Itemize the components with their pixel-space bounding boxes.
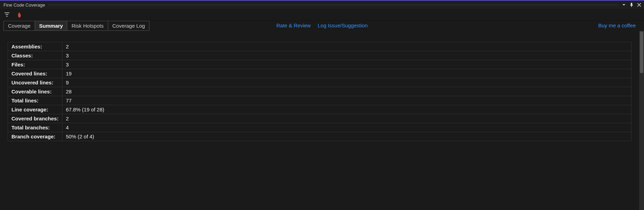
window-controls (621, 2, 642, 8)
window-title: Fine Code Coverage (2, 2, 45, 8)
flame-icon[interactable] (16, 11, 23, 18)
summary-table: Assemblies: 2 Classes: 3 Files: 3 Covere… (8, 42, 632, 141)
summary-value: 67.8% (19 of 28) (62, 105, 631, 114)
pin-icon[interactable] (629, 2, 634, 8)
tabrow: Coverage Summary Risk Hotspots Coverage … (0, 21, 644, 31)
summary-label: Covered branches: (8, 114, 62, 123)
tab-summary[interactable]: Summary (35, 21, 67, 30)
summary-label: Total branches: (8, 123, 62, 132)
table-row: Coverable lines: 28 (8, 87, 632, 96)
svg-rect-1 (6, 14, 8, 15)
summary-value: 77 (62, 96, 631, 105)
summary-label: Assemblies: (8, 42, 62, 51)
buy-coffee-link[interactable]: Buy me a coffee (598, 22, 636, 28)
tab-coverage-log[interactable]: Coverage Log (108, 21, 149, 30)
scrollbar[interactable] (639, 31, 644, 210)
table-row: Branch coverage: 50% (2 of 4) (8, 132, 632, 141)
table-row: Classes: 3 (8, 51, 632, 60)
content-wrap: Assemblies: 2 Classes: 3 Files: 3 Covere… (0, 31, 644, 210)
scroll-thumb[interactable] (640, 31, 643, 73)
summary-label: Files: (8, 60, 62, 69)
svg-rect-0 (5, 12, 9, 13)
summary-label: Coverable lines: (8, 87, 62, 96)
tab-risk-hotspots[interactable]: Risk Hotspots (67, 21, 108, 30)
summary-label: Line coverage: (8, 105, 62, 114)
table-row: Covered branches: 2 (8, 114, 632, 123)
rate-review-link[interactable]: Rate & Review (276, 22, 311, 28)
content: Assemblies: 2 Classes: 3 Files: 3 Covere… (0, 31, 639, 210)
summary-label: Covered lines: (8, 69, 62, 78)
summary-value: 28 (62, 87, 631, 96)
log-issue-link[interactable]: Log Issue/Suggestion (317, 22, 367, 28)
right-links: Buy me a coffee (598, 22, 636, 28)
summary-value: 19 (62, 69, 631, 78)
filter-icon[interactable] (4, 11, 11, 18)
close-icon[interactable] (636, 2, 642, 8)
summary-value: 50% (2 of 4) (62, 132, 631, 141)
center-links: Rate & Review Log Issue/Suggestion (276, 22, 368, 28)
summary-value: 9 (62, 78, 631, 87)
table-row: Total lines: 77 (8, 96, 632, 105)
titlebar: Fine Code Coverage (0, 1, 644, 9)
summary-value: 4 (62, 123, 631, 132)
toolbar (0, 9, 644, 21)
summary-label: Classes: (8, 51, 62, 60)
table-row: Total branches: 4 (8, 123, 632, 132)
table-row: Assemblies: 2 (8, 42, 632, 51)
summary-value: 2 (62, 114, 631, 123)
table-row: Covered lines: 19 (8, 69, 632, 78)
summary-label: Total lines: (8, 96, 62, 105)
summary-value: 2 (62, 42, 631, 51)
summary-value: 3 (62, 60, 631, 69)
tool-window: Fine Code Coverage (0, 0, 644, 210)
table-row: Files: 3 (8, 60, 632, 69)
table-row: Line coverage: 67.8% (19 of 28) (8, 105, 632, 114)
tab-coverage[interactable]: Coverage (4, 21, 35, 30)
table-row: Uncovered lines: 9 (8, 78, 632, 87)
summary-label: Branch coverage: (8, 132, 62, 141)
summary-label: Uncovered lines: (8, 78, 62, 87)
window-menu-dropdown-icon[interactable] (621, 2, 627, 8)
tabs: Coverage Summary Risk Hotspots Coverage … (3, 21, 149, 31)
summary-value: 3 (62, 51, 631, 60)
titlebar-grip[interactable] (48, 4, 618, 6)
svg-rect-2 (6, 16, 8, 17)
